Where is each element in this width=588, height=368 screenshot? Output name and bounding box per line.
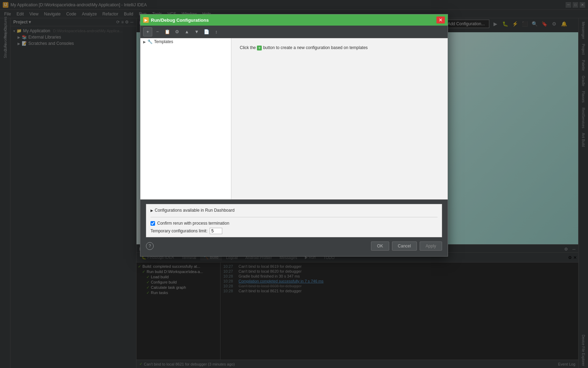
confirm-rerun-row: Confirm rerun with process termination [150,221,438,226]
ok-button[interactable]: OK [371,241,389,251]
modal-title-text: Run/Debug Configurations [151,18,209,23]
plus-icon: + [257,46,262,50]
remove-config-tool-button[interactable]: − [153,27,162,36]
run-debug-configurations-dialog: ▶ Run/Debug Configurations ✕ + − 📋 ⚙ ▲ ▼… [140,14,448,257]
modal-close-button[interactable]: ✕ [436,16,445,23]
modal-toolbar: + − 📋 ⚙ ▲ ▼ 📄 ↕ [140,26,448,38]
help-button[interactable]: ? [146,242,154,250]
modal-tree-templates[interactable]: ▶ 🔧 Templates [140,38,231,45]
temp-config-limit-row: Temporary configurations limit: [150,228,438,234]
modal-hint-text: Click the + button to create a new confi… [240,45,439,50]
modal-footer-options: ▶ Configurations available in Run Dashbo… [146,204,442,237]
edit-config-tool-button[interactable]: ⚙ [173,27,182,36]
modal-tree-arrow: ▶ [143,40,146,44]
sort-config-tool-button[interactable]: ↕ [212,27,221,36]
modal-overlay: ▶ Run/Debug Configurations ✕ + − 📋 ⚙ ▲ ▼… [0,0,588,368]
available-configs-arrow: ▶ [150,209,153,212]
confirm-rerun-label: Confirm rerun with process termination [157,221,229,226]
modal-body: ▶ 🔧 Templates Click the + button to crea… [140,38,448,199]
apply-button[interactable]: Apply [420,241,442,251]
modal-config-tree: ▶ 🔧 Templates [140,38,231,199]
copy-config-tool-button[interactable]: 📋 [163,27,172,36]
temp-config-label: Temporary configurations limit: [150,229,208,233]
divider [150,217,438,217]
temp-config-input[interactable] [210,228,222,234]
move-up-tool-button[interactable]: ▲ [182,27,191,36]
modal-tree-label: Templates [154,39,173,44]
modal-title: ▶ Run/Debug Configurations [143,17,209,23]
move-down-tool-button[interactable]: ▼ [192,27,201,36]
cancel-button[interactable]: Cancel [392,241,417,251]
available-configs-row[interactable]: ▶ Configurations available in Run Dashbo… [150,207,438,213]
available-configs-label: Configurations available in Run Dashboar… [155,208,234,213]
add-config-tool-button[interactable]: + [143,27,152,36]
modal-footer: ▶ Configurations available in Run Dashbo… [140,199,448,256]
template-icon: 🔧 [147,39,153,44]
modal-titlebar: ▶ Run/Debug Configurations ✕ [140,14,448,26]
modal-config-detail: Click the + button to create a new confi… [231,38,448,199]
share-config-tool-button[interactable]: 📄 [202,27,211,36]
confirm-rerun-checkbox[interactable] [150,221,155,226]
modal-title-icon: ▶ [143,17,149,23]
modal-buttons: ? OK Cancel Apply [146,240,442,252]
